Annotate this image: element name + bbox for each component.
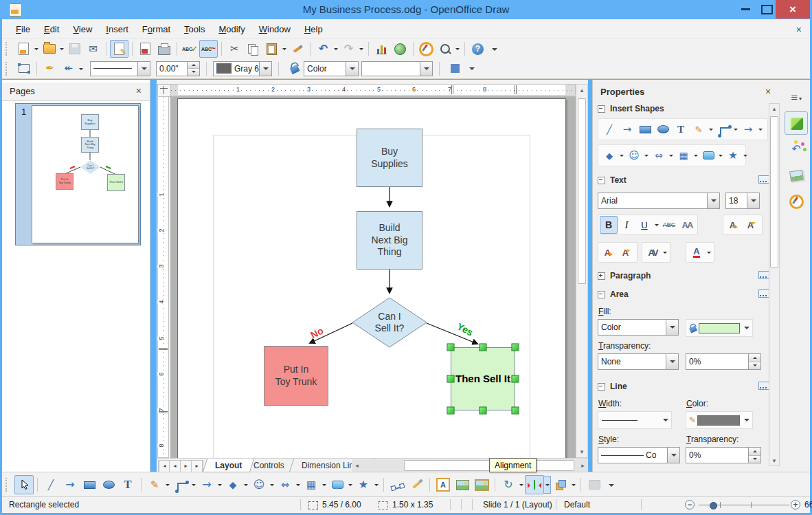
menu-window[interactable]: Window (252, 21, 297, 37)
menu-tools[interactable]: Tools (177, 21, 212, 37)
lines-arrows-dropdown[interactable] (757, 121, 764, 138)
edit-points-button[interactable]: ✒ (41, 60, 59, 78)
line-tool-button[interactable]: ╱ (41, 475, 60, 494)
text-dialog-launcher-icon[interactable] (758, 175, 769, 184)
selection-handle[interactable] (480, 344, 487, 351)
from-file-button[interactable] (453, 475, 472, 494)
close-button[interactable]: × (776, 0, 810, 19)
symbol-shapes-dropdown[interactable] (269, 476, 275, 493)
insert-arrow-button[interactable]: → (618, 120, 636, 138)
line-style-select[interactable] (90, 61, 150, 76)
sidebar-scrollbar[interactable]: ▴ ▾ (769, 103, 780, 466)
redo-dropdown[interactable] (358, 41, 365, 57)
tab-gallery[interactable] (785, 164, 808, 187)
increase-font-button[interactable]: A (725, 216, 743, 234)
font-color-button[interactable]: A (688, 243, 706, 261)
arrange-dropdown[interactable] (570, 476, 577, 493)
hyperlink-button[interactable] (391, 40, 409, 58)
flowchart-shape-decision[interactable]: Can I Sell It? (352, 298, 427, 347)
scrollbar-thumb[interactable] (578, 98, 586, 284)
insert-connector-button[interactable] (714, 120, 732, 138)
section-text[interactable]: Text (598, 175, 627, 185)
insert-lines-arrows-button[interactable]: → (739, 120, 757, 138)
fill-style-button[interactable] (285, 60, 304, 78)
gallery-button[interactable] (472, 475, 491, 494)
alignment-button[interactable] (525, 475, 544, 494)
format-paintbrush-button[interactable] (288, 40, 306, 58)
spin-buttons[interactable] (748, 354, 760, 369)
area-fill-color-picker[interactable] (686, 319, 753, 337)
font-name-dropdown[interactable] (707, 193, 719, 208)
selection-handle[interactable] (512, 407, 519, 415)
selection-handle[interactable] (480, 407, 487, 415)
selection-handle[interactable] (447, 407, 455, 415)
toolbar-overflow-button[interactable] (490, 41, 499, 57)
flowchart-shape-put-in-toy-trunk[interactable]: Put In Toy Trunk (264, 346, 328, 406)
insert-line-button[interactable]: ╱ (600, 120, 618, 138)
undo-button[interactable]: ↶ (314, 40, 332, 58)
section-area[interactable]: Area (598, 289, 629, 299)
callouts-dropdown[interactable] (717, 147, 724, 164)
fill-color-select[interactable] (361, 61, 433, 76)
block-arrows-dropdown[interactable] (295, 476, 302, 493)
basic-shapes-button[interactable]: ◆ (223, 475, 243, 494)
block-arrows-dropdown[interactable] (668, 147, 675, 164)
curve-dropdown[interactable] (708, 121, 714, 138)
scroll-up-icon[interactable]: ▴ (769, 104, 779, 113)
bold-button[interactable]: B (600, 216, 618, 234)
flowchart-shapes-button[interactable]: ▦ (302, 475, 321, 494)
scrollbar-thumb[interactable] (770, 116, 778, 267)
menu-edit[interactable]: Edit (37, 21, 66, 37)
flowchart-shape-buy-supplies[interactable]: Buy Supplies (357, 129, 422, 187)
fontwork-button[interactable]: A (433, 475, 453, 494)
arrow-style-dropdown[interactable] (78, 61, 84, 77)
scroll-left-icon[interactable]: ◂ (352, 459, 362, 472)
italic-button[interactable]: I (618, 216, 635, 234)
shadow-button[interactable] (446, 60, 464, 78)
subscript-button[interactable]: A (618, 243, 635, 261)
previous-page-button[interactable]: ◂ (169, 460, 181, 472)
character-spacing-dropdown[interactable] (662, 244, 668, 261)
strikethrough-button[interactable]: ABC (660, 216, 678, 234)
area-fill-type-select[interactable]: Color (598, 319, 679, 336)
insert-chart-button[interactable] (372, 40, 391, 58)
stars-button[interactable]: ★ (724, 146, 742, 164)
close-document-icon[interactable]: × (796, 24, 802, 35)
maximize-button[interactable] (758, 0, 776, 19)
help-button[interactable]: ? (469, 40, 487, 58)
title-bar[interactable]: My Business Process.odg - OpenOffice Dra… (0, 0, 812, 19)
block-arrows-button[interactable]: ⇔ (275, 475, 295, 494)
line-color-picker[interactable]: ✎ (686, 411, 753, 429)
line-style-dropdown[interactable] (667, 448, 679, 463)
tab-effects[interactable]: ↶ (785, 138, 808, 161)
curve-tool-button[interactable]: ✎ (145, 475, 164, 494)
line-style-select[interactable]: Co (598, 447, 680, 463)
line-style-dropdown[interactable] (137, 62, 150, 76)
menu-view[interactable]: View (66, 21, 99, 37)
symbol-shapes-button[interactable]: ☺ (249, 475, 269, 494)
select-tool-button[interactable] (14, 475, 34, 494)
section-line[interactable]: Line (598, 382, 627, 391)
toolbar-overflow-button[interactable] (607, 476, 616, 493)
scroll-up-icon[interactable]: ▴ (576, 85, 587, 96)
vertical-scrollbar[interactable]: ▴ ▾ (576, 84, 588, 458)
callouts-dropdown[interactable] (347, 476, 354, 493)
rotate-button[interactable]: ↻ (499, 475, 518, 494)
paragraph-dialog-launcher-icon[interactable] (758, 271, 769, 279)
scroll-down-icon[interactable]: ▾ (769, 456, 779, 465)
stars-button[interactable]: ★ (354, 475, 373, 494)
zoom-in-button[interactable]: + (791, 500, 800, 509)
collapse-icon[interactable] (598, 105, 605, 113)
basic-shapes-button[interactable]: ◆ (600, 146, 618, 164)
scroll-right-icon[interactable]: ▸ (578, 459, 588, 472)
curve-dropdown[interactable] (164, 476, 171, 493)
line-width-spinner[interactable]: 0.00" (156, 61, 200, 76)
open-dropdown[interactable] (58, 41, 65, 57)
insert-curve-button[interactable]: ✎ (690, 120, 708, 138)
font-name-select[interactable]: Arial (598, 193, 720, 209)
email-button[interactable]: ✉ (84, 40, 102, 58)
toolbar-overflow-button[interactable] (467, 61, 477, 77)
collapse-icon[interactable] (598, 177, 605, 184)
zoom-button[interactable] (436, 40, 454, 58)
flowchart-shapes-button[interactable]: ▦ (675, 146, 692, 164)
